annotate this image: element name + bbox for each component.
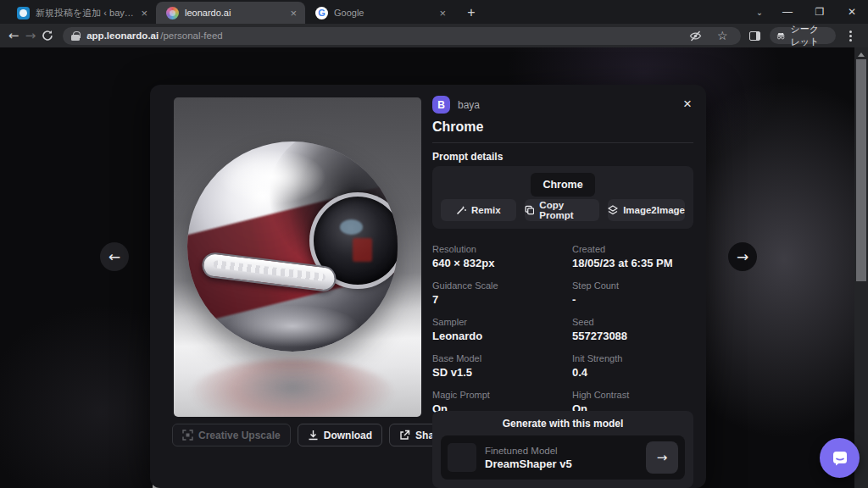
- image2image-button[interactable]: Image2Image: [608, 199, 685, 221]
- avatar[interactable]: B: [432, 96, 450, 114]
- prompt-details-card: Chrome Remix Copy Prompt Image2Image: [432, 166, 693, 229]
- tab-close-icon[interactable]: ×: [439, 8, 446, 19]
- tab-title: leonardo.ai: [185, 8, 284, 18]
- back-icon[interactable]: ←: [7, 25, 20, 46]
- chat-bubble-icon: [831, 449, 849, 468]
- copy-prompt-button[interactable]: Copy Prompt: [525, 199, 600, 221]
- lock-icon: [71, 31, 80, 41]
- meta-guidance-scale: Guidance Scale7: [432, 280, 572, 306]
- creator-row[interactable]: B baya: [432, 96, 480, 114]
- meta-seed: Seed557273088: [572, 317, 693, 342]
- generation-title: Chrome: [432, 119, 483, 135]
- divider: [432, 142, 693, 143]
- url-path: /personal-feed: [160, 30, 223, 41]
- meta-sampler: SamplerLeonardo: [432, 317, 572, 342]
- generation-info-panel: × B baya Chrome Prompt details Chrome Re…: [432, 85, 693, 488]
- generated-image[interactable]: [174, 97, 421, 417]
- incognito-label: シークレット: [791, 23, 827, 48]
- minimize-button[interactable]: —: [771, 0, 804, 24]
- tab-wordpress[interactable]: 新規投稿を追加 ‹ baya884 — Wo ×: [7, 2, 156, 24]
- tab-close-icon[interactable]: ×: [141, 8, 147, 19]
- download-button[interactable]: Download: [298, 424, 382, 446]
- google-favicon-icon: [315, 7, 328, 19]
- prompt-metadata: Resolution640 × 832px Created18/05/23 at…: [432, 244, 693, 415]
- model-type-label: Finetuned Model: [485, 446, 637, 456]
- tab-title: 新規投稿を追加 ‹ baya884 — Wo: [36, 7, 135, 19]
- browser-tab-strip: 新規投稿を追加 ‹ baya884 — Wo × leonardo.ai × G…: [0, 0, 868, 24]
- model-row[interactable]: Finetuned Model DreamShaper v5 →: [441, 435, 685, 480]
- meta-base-model: Base ModelSD v1.5: [432, 353, 572, 379]
- reload-icon[interactable]: [41, 25, 54, 46]
- side-panel-icon[interactable]: [744, 25, 765, 46]
- incognito-badge: シークレット: [770, 27, 836, 44]
- browser-toolbar: ← → app.leonardo.ai/personal-feed ☆ シークレ…: [0, 24, 868, 47]
- close-modal-icon[interactable]: ×: [678, 95, 697, 114]
- model-thumbnail: [448, 443, 476, 472]
- leonardo-feed-background: ← → Creative Upscale Download: [0, 47, 868, 488]
- generation-detail-modal: Creative Upscale Download Share ••• × B …: [150, 85, 706, 488]
- share-icon: [399, 430, 410, 441]
- browser-menu-icon[interactable]: [841, 25, 861, 46]
- generate-arrow-button[interactable]: →: [646, 441, 678, 474]
- tab-search-caret-icon[interactable]: ⌄: [748, 0, 771, 24]
- url-domain: app.leonardo.ai: [86, 30, 159, 41]
- scrollbar-up-arrow-icon[interactable]: [854, 49, 868, 59]
- generate-with-model-card: Generate with this model Finetuned Model…: [432, 411, 693, 488]
- tab-close-icon[interactable]: ×: [290, 8, 297, 19]
- close-window-button[interactable]: ✕: [836, 0, 868, 24]
- forward-icon[interactable]: →: [24, 25, 37, 46]
- meta-init-strength: Init Strength0.4: [572, 353, 693, 379]
- url-bar[interactable]: app.leonardo.ai/personal-feed ☆: [63, 27, 741, 45]
- bookmark-star-icon[interactable]: ☆: [712, 25, 732, 46]
- upscale-icon: [182, 430, 193, 441]
- tab-leonardo[interactable]: leonardo.ai ×: [156, 2, 305, 24]
- meta-resolution: Resolution640 × 832px: [432, 244, 572, 269]
- tab-title: Google: [334, 8, 433, 18]
- chat-support-button[interactable]: [820, 438, 860, 478]
- previous-image-button[interactable]: ←: [100, 242, 129, 271]
- meta-created: Created18/05/23 at 6:35 PM: [572, 244, 693, 269]
- prompt-details-heading: Prompt details: [432, 151, 503, 163]
- maximize-button[interactable]: ❐: [804, 0, 836, 24]
- window-controls: ⌄ — ❐ ✕: [748, 0, 868, 24]
- download-icon: [308, 430, 319, 441]
- eye-off-icon[interactable]: [685, 25, 705, 46]
- generate-heading: Generate with this model: [441, 418, 685, 430]
- username: baya: [458, 99, 480, 111]
- scrollbar-thumb[interactable]: [856, 59, 866, 281]
- leonardo-favicon-icon: [166, 7, 179, 19]
- prompt-actions: Remix Copy Prompt Image2Image: [441, 199, 685, 221]
- magic-wand-icon: [456, 205, 466, 215]
- creative-upscale-button[interactable]: Creative Upscale: [172, 424, 291, 446]
- wordpress-favicon-icon: [17, 7, 30, 19]
- chrome-sphere-artwork: [187, 141, 398, 352]
- incognito-icon: [776, 30, 785, 42]
- copy-icon: [525, 205, 535, 215]
- page-scrollbar[interactable]: [854, 47, 868, 488]
- remix-button[interactable]: Remix: [441, 199, 516, 221]
- image2image-icon: [608, 205, 618, 215]
- floor-reflection: [191, 359, 394, 417]
- new-tab-button[interactable]: +: [461, 3, 481, 23]
- tab-google[interactable]: Google ×: [305, 2, 454, 24]
- next-image-button[interactable]: →: [728, 242, 757, 271]
- meta-step-count: Step Count-: [572, 280, 693, 306]
- model-name: DreamShaper v5: [485, 458, 637, 470]
- prompt-text: Chrome: [531, 173, 594, 197]
